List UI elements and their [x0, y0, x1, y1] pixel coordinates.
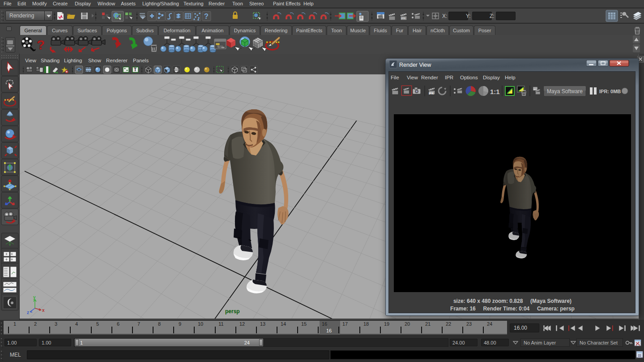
svg-text:?: ?: [204, 13, 209, 20]
svg-text:z: z: [27, 310, 29, 315]
svg-text:IPR: IPR: [401, 17, 406, 20]
svg-text:y: y: [33, 296, 36, 300]
svg-text:Maya Software: Maya Software: [547, 88, 583, 95]
svg-text:x: x: [42, 308, 45, 313]
svg-text:IPR: 0MB: IPR: 0MB: [599, 89, 621, 94]
svg-text:Render View: Render View: [399, 62, 431, 68]
svg-text:1:1: 1:1: [490, 88, 500, 95]
svg-text:?: ?: [37, 37, 45, 52]
svg-text:IPR: IPR: [429, 92, 434, 95]
